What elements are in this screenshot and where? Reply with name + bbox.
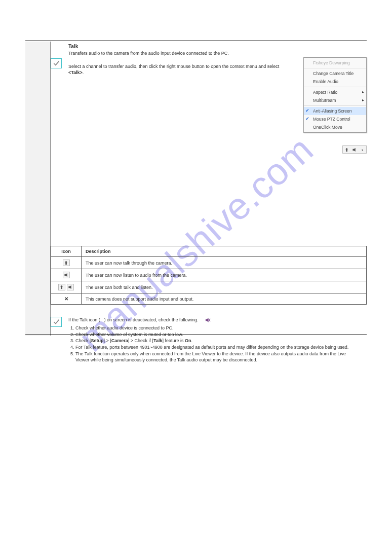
col-desc: Description (82, 246, 367, 257)
chevron-right-icon: ▸ (362, 90, 364, 94)
menu-item-oneclick-move[interactable]: OneClick Move (304, 123, 366, 131)
note-text: If the Talk icon ( ) on screen is deacti… (68, 317, 352, 363)
cell-desc: The user can now listen to audio from th… (82, 269, 367, 281)
section-note: If the Talk icon ( ) on screen is deacti… (51, 305, 367, 368)
check-icon (52, 60, 60, 67)
menu-item-fisheye-dewarping[interactable]: Fisheye Dewarping (304, 59, 366, 67)
muted-speaker-icon (205, 317, 211, 323)
check-icon (52, 318, 60, 325)
text: . (83, 70, 84, 75)
table-row: The user can now talk through the camera… (51, 257, 367, 269)
svg-marker-8 (68, 285, 71, 289)
svg-marker-2 (352, 147, 355, 151)
cell-desc: This camera does not support audio input… (82, 293, 367, 305)
talk-icon (58, 284, 65, 290)
icon-table: Icon Description The user can now talk t… (51, 246, 367, 305)
listen-icon (351, 146, 358, 153)
svg-point-7 (61, 285, 63, 287)
cell-desc: The user can both talk and listen. (82, 281, 367, 293)
table-row: The user can both talk and listen. (51, 281, 367, 293)
text-strong: <Talk> (68, 70, 83, 75)
listen-icon (67, 284, 74, 290)
svg-point-1 (346, 148, 348, 150)
text: Select a channel to transfer audio, then… (68, 64, 279, 69)
list-item: The Talk function operates only when con… (75, 351, 352, 363)
section-body-text: Select a channel to transfer audio, then… (68, 63, 291, 76)
list-item: Check whether audio device is connected … (75, 325, 352, 331)
x-icon: ✕ (64, 296, 68, 302)
list-item: For Talk feature, ports between 4901~490… (75, 344, 352, 351)
check-icon: ✔ (305, 116, 309, 121)
checkmark-box (51, 317, 62, 327)
icon-strip: ▾ (342, 145, 367, 154)
talk-icon (63, 260, 70, 266)
check-icon: ✔ (305, 108, 309, 113)
checkmark-box (51, 58, 62, 68)
menu-item-multistream[interactable]: MultiStream▸ (304, 96, 366, 104)
svg-point-4 (65, 261, 67, 263)
table-header-row: Icon Description (51, 246, 367, 257)
talk-listen-pill: ▾ (342, 145, 367, 154)
table-row: ✕ This camera does not support audio inp… (51, 293, 367, 305)
context-menu[interactable]: Fisheye Dewarping Change Camera Title En… (303, 57, 367, 133)
col-icon: Icon (51, 246, 82, 257)
menu-item-change-camera-title[interactable]: Change Camera Title (304, 69, 366, 78)
listen-icon (63, 272, 70, 278)
list-item: Check [Setup] > [Camera] > Check if [Tal… (75, 338, 352, 344)
svg-rect-6 (61, 287, 62, 289)
menu-item-aspect-ratio[interactable]: Aspect Ratio▸ (304, 88, 366, 96)
talk-icon (343, 146, 350, 153)
cell-desc: The user can now talk through the camera… (82, 257, 367, 269)
table-row: The user can now listen to audio from th… (51, 269, 367, 281)
svg-marker-5 (64, 273, 67, 277)
svg-rect-3 (65, 263, 67, 265)
menu-item-anti-aliasing-screen[interactable]: ✔Anti-Aliasing Screen (304, 107, 366, 115)
section-title: Talk (51, 41, 367, 51)
section-talk: Talk Transfers audio to the camera from … (51, 41, 367, 368)
svg-marker-9 (206, 318, 209, 322)
svg-rect-0 (346, 150, 347, 152)
page-bottom-rule (25, 335, 367, 335)
menu-item-mouse-ptz-control[interactable]: ✔Mouse PTZ Control (304, 115, 366, 123)
menu-item-enable-audio[interactable]: Enable Audio (304, 78, 366, 86)
chevron-right-icon: ▸ (362, 98, 364, 102)
dropdown-icon: ▾ (359, 146, 366, 153)
